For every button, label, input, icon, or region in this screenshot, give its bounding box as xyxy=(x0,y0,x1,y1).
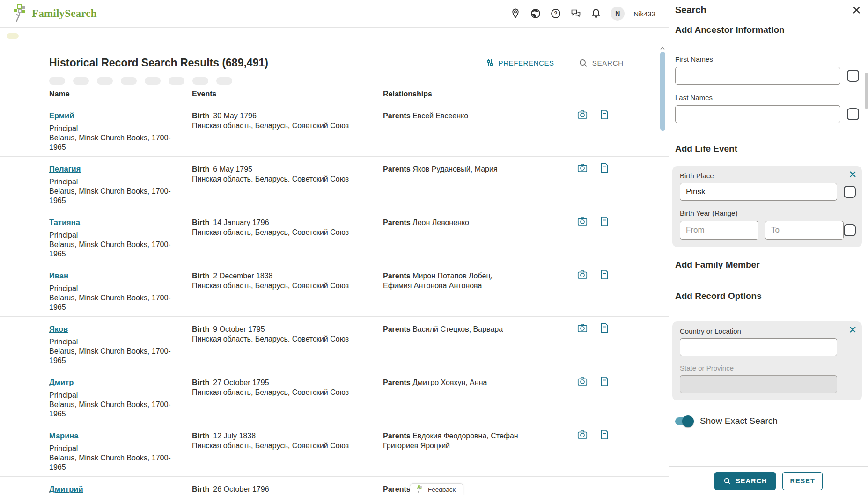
filter-chip[interactable] xyxy=(73,77,89,85)
remove-birth-event-icon[interactable] xyxy=(849,171,856,178)
relationship-names: Евсей Евсеенко xyxy=(412,112,468,120)
scroll-up-icon[interactable] xyxy=(660,46,665,50)
record-role: Principal xyxy=(49,284,177,293)
column-events: Events xyxy=(192,90,216,98)
search-panel-footer: SEARCH RESET xyxy=(669,466,868,495)
event-date: 26 October 1796 xyxy=(213,485,269,493)
country-input[interactable] xyxy=(680,338,837,356)
camera-icon[interactable] xyxy=(577,162,588,174)
search-icon xyxy=(723,477,731,485)
remove-location-icon[interactable] xyxy=(849,326,856,333)
record-name-link[interactable]: Ермий xyxy=(49,111,74,120)
column-name: Name xyxy=(49,90,70,98)
subnav-item[interactable] xyxy=(65,33,66,39)
preferences-button[interactable]: PREFERENCES xyxy=(485,58,554,67)
sidebar-scrollbar-thumb[interactable] xyxy=(865,73,868,109)
document-icon[interactable] xyxy=(599,109,610,120)
user-avatar[interactable]: N xyxy=(611,7,625,21)
record-name-link[interactable]: Татияна xyxy=(49,218,80,227)
subnav-items xyxy=(7,33,130,39)
relationship-label: Parents xyxy=(383,165,411,173)
record-name-link[interactable]: Пелагия xyxy=(49,164,81,174)
familysearch-logo[interactable]: FamilySearch xyxy=(11,3,97,24)
search-icon xyxy=(579,58,588,68)
record-name-link[interactable]: Иван xyxy=(49,271,68,280)
relationship-names: Василй Стецков, Варвара xyxy=(412,325,503,333)
filter-chip[interactable] xyxy=(192,77,208,85)
help-icon[interactable]: ? xyxy=(550,8,561,19)
first-names-exact-checkbox[interactable] xyxy=(847,70,859,82)
document-icon[interactable] xyxy=(599,162,610,174)
subnav-item[interactable] xyxy=(96,33,98,39)
filter-chip[interactable] xyxy=(49,77,65,85)
birth-year-from-input[interactable] xyxy=(680,221,758,240)
record-role: Principal xyxy=(49,231,177,240)
filter-chip[interactable] xyxy=(97,77,113,85)
exact-search-toggle[interactable] xyxy=(675,417,693,425)
record-name-link[interactable]: Дмитрий xyxy=(49,484,83,494)
document-icon[interactable] xyxy=(599,429,610,440)
subnav-item[interactable] xyxy=(112,33,114,39)
close-icon[interactable] xyxy=(852,6,861,15)
scrollbar-thumb[interactable] xyxy=(660,52,665,131)
camera-icon[interactable] xyxy=(577,376,588,387)
record-role: Principal xyxy=(49,124,177,133)
last-names-input[interactable] xyxy=(675,105,840,123)
relationship-names: Дмитро Ховхун, Анна xyxy=(412,379,487,386)
document-icon[interactable] xyxy=(599,322,610,334)
filter-chip[interactable] xyxy=(121,77,137,85)
feedback-button[interactable]: Feedback xyxy=(410,483,463,495)
open-search-panel-button[interactable]: SEARCH xyxy=(579,58,624,68)
subnav-item[interactable] xyxy=(81,33,82,39)
first-names-input[interactable] xyxy=(675,67,840,85)
location-icon[interactable] xyxy=(510,8,521,19)
result-row: Дмитр Principal Belarus, Minsk Church Bo… xyxy=(0,370,669,423)
subnav-item[interactable] xyxy=(33,33,35,39)
filter-chip[interactable] xyxy=(145,77,161,85)
document-icon[interactable] xyxy=(599,216,610,227)
birth-year-to-input[interactable] xyxy=(765,221,844,240)
document-icon[interactable] xyxy=(599,376,610,387)
search-panel-title: Search xyxy=(675,5,706,15)
result-row: Пелагия Principal Belarus, Minsk Church … xyxy=(0,157,669,210)
subnav-item[interactable] xyxy=(7,33,19,39)
camera-icon[interactable] xyxy=(577,216,588,227)
event-type-label: Birth xyxy=(192,325,209,333)
birth-place-exact-checkbox[interactable] xyxy=(844,186,856,198)
search-submit-button[interactable]: SEARCH xyxy=(714,472,776,490)
username[interactable]: Nik433 xyxy=(633,10,655,18)
record-name-link[interactable]: Яков xyxy=(49,324,68,334)
event-type-label: Birth xyxy=(192,432,209,440)
filter-chip[interactable] xyxy=(216,77,232,85)
record-role: Principal xyxy=(49,391,177,400)
tree-logo-icon xyxy=(11,3,30,24)
state-label: State or Province xyxy=(680,364,856,372)
notifications-icon[interactable] xyxy=(590,8,602,19)
event-date: 12 July 1838 xyxy=(213,432,256,440)
last-names-exact-checkbox[interactable] xyxy=(847,108,859,120)
subnav-item[interactable] xyxy=(128,33,130,39)
subnav-item[interactable] xyxy=(49,33,51,39)
document-icon[interactable] xyxy=(599,269,610,280)
camera-icon[interactable] xyxy=(577,269,588,280)
globe-icon[interactable] xyxy=(530,8,541,19)
event-date: 2 December 1838 xyxy=(213,272,272,280)
reset-button[interactable]: RESET xyxy=(782,472,822,490)
camera-icon[interactable] xyxy=(577,429,588,440)
birth-year-label: Birth Year (Range) xyxy=(680,209,856,217)
event-type-label: Birth xyxy=(192,272,209,280)
result-row: Ермий Principal Belarus, Minsk Church Bo… xyxy=(0,103,669,157)
camera-icon[interactable] xyxy=(577,322,588,334)
messages-icon[interactable] xyxy=(570,8,581,19)
birth-year-exact-checkbox[interactable] xyxy=(844,224,856,236)
record-name-link[interactable]: Дмитр xyxy=(49,378,74,387)
result-row: Марина Principal Belarus, Minsk Church B… xyxy=(0,423,669,477)
record-name-link[interactable]: Марина xyxy=(49,431,79,440)
event-date: 9 October 1795 xyxy=(213,325,265,333)
relationship-label: Parents xyxy=(383,112,411,120)
birth-place-input[interactable] xyxy=(680,183,837,201)
event-place: Пинская область, Беларусь, Советский Сою… xyxy=(192,334,379,344)
camera-icon[interactable] xyxy=(577,109,588,120)
main-scrollbar[interactable] xyxy=(659,45,666,495)
filter-chip[interactable] xyxy=(169,77,184,85)
